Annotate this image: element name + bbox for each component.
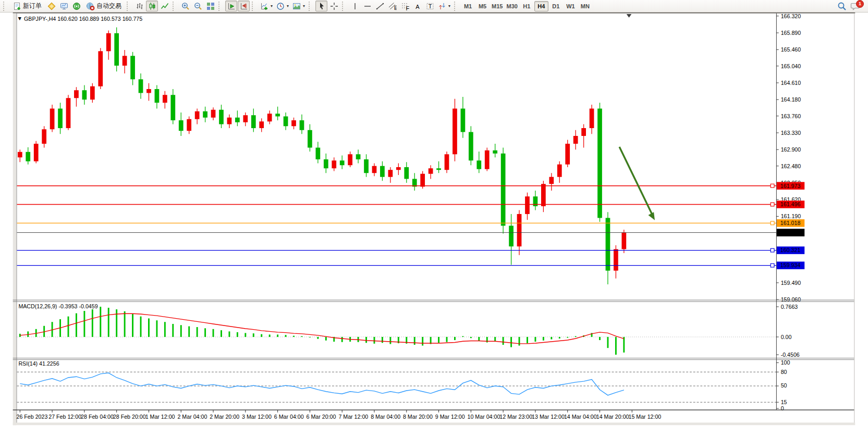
metaeditor-button[interactable] <box>45 1 57 11</box>
macd-bar <box>221 330 222 337</box>
templates-button[interactable]: ▾ <box>291 1 307 11</box>
chart-line-button[interactable] <box>158 1 170 11</box>
timeframe-m1-button[interactable]: M1 <box>461 1 475 11</box>
candle-body <box>34 144 39 161</box>
level-handle[interactable] <box>771 248 774 252</box>
chevron-down-icon: ▾ <box>287 4 289 8</box>
trendline-button[interactable] <box>374 1 386 11</box>
macd-bar <box>454 337 456 340</box>
auto-scroll-button[interactable] <box>225 1 237 11</box>
candle-body <box>597 108 602 218</box>
svg-text:-0.4506: -0.4506 <box>781 352 800 358</box>
macd-bar <box>132 314 133 337</box>
channel-button[interactable]: E <box>386 1 398 11</box>
candle-body <box>50 108 55 129</box>
vertical-line-button[interactable] <box>349 1 361 11</box>
timeframe-d1-button[interactable]: D1 <box>549 1 563 11</box>
svg-text:160.775: 160.775 <box>780 229 801 235</box>
candle-body <box>621 233 626 249</box>
text-label-button[interactable]: T <box>424 1 436 11</box>
candle-body <box>332 160 336 168</box>
timeframe-m5-button[interactable]: M5 <box>475 1 490 11</box>
candle-body <box>429 168 433 173</box>
macd-bar <box>510 337 512 347</box>
macd-bar <box>213 329 214 337</box>
svg-text:164.610: 164.610 <box>781 80 801 86</box>
timeframe-mn-button[interactable]: MN <box>578 1 592 11</box>
fibonacci-button[interactable]: F <box>399 1 411 11</box>
svg-text:28 Feb 04:00: 28 Feb 04:00 <box>81 414 114 420</box>
tile-windows-button[interactable] <box>204 1 216 11</box>
bar-chart-icon <box>136 2 144 10</box>
chart-window[interactable]: 166.320165.890165.460165.040164.610164.1… <box>0 12 868 438</box>
chart-shift-button[interactable] <box>238 1 250 11</box>
candle-body <box>219 110 224 124</box>
toolbox-button[interactable] <box>58 1 70 11</box>
candle-body <box>509 226 514 246</box>
notifications-button[interactable]: 1 <box>849 1 862 11</box>
candle-body <box>195 111 200 119</box>
macd-bar <box>76 314 77 337</box>
candle-body <box>388 170 393 177</box>
candle-body <box>525 196 530 214</box>
signals-button[interactable] <box>70 1 82 11</box>
timeframe-h1-button[interactable]: H1 <box>520 1 534 11</box>
candle-body <box>267 114 272 121</box>
periods-button[interactable]: ▾ <box>275 1 290 11</box>
one-click-menu-icon[interactable]: ▼ <box>17 15 22 21</box>
chart-bars-button[interactable] <box>133 1 145 11</box>
svg-text:165.040: 165.040 <box>781 63 801 69</box>
candle-body <box>203 111 207 118</box>
candle-body <box>396 167 401 170</box>
level-handle[interactable] <box>771 264 774 267</box>
timeframe-m30-button[interactable]: M30 <box>505 1 519 11</box>
svg-text:7 Mar 12:00: 7 Mar 12:00 <box>338 414 368 420</box>
chart-candles-button[interactable] <box>146 1 158 11</box>
macd-bar <box>519 337 520 346</box>
text-button[interactable]: A <box>411 1 423 11</box>
svg-text:159.934: 159.934 <box>780 262 801 268</box>
candle-body <box>235 118 240 122</box>
candle-body <box>356 154 361 159</box>
candle-body <box>163 95 167 103</box>
timeframe-h4-button[interactable]: H4 <box>534 1 548 11</box>
arrows-icon <box>438 2 446 10</box>
candle-body <box>58 108 63 128</box>
candle-body <box>380 166 385 177</box>
candle-body <box>227 118 232 124</box>
candle-body <box>90 86 95 99</box>
svg-text:14 Mar 20:00: 14 Mar 20:00 <box>596 414 629 420</box>
add-indicator-button[interactable]: ▾ <box>259 1 274 11</box>
level-handle[interactable] <box>771 184 774 187</box>
timeframe-m15-button[interactable]: M15 <box>490 1 504 11</box>
autotrading-button[interactable]: 自动交易 <box>83 1 125 11</box>
cursor-button[interactable] <box>315 1 327 11</box>
autotrading-label: 自动交易 <box>96 2 121 10</box>
search-button[interactable] <box>836 1 848 11</box>
chevron-down-icon: ▾ <box>303 4 305 8</box>
candle-body <box>155 89 160 103</box>
zoom-in-button[interactable] <box>179 1 191 11</box>
text-label-icon: T <box>426 2 434 10</box>
window-top-border <box>13 12 855 14</box>
level-handle[interactable] <box>771 221 774 225</box>
candle-body <box>187 119 191 131</box>
crosshair-button[interactable] <box>328 1 340 11</box>
chart-canvas[interactable]: 166.320165.890165.460165.040164.610164.1… <box>0 12 868 438</box>
horizontal-line-icon <box>363 2 372 10</box>
macd-bar <box>124 311 126 337</box>
macd-bar <box>180 325 182 337</box>
svg-text:0.7663: 0.7663 <box>781 304 798 310</box>
macd-bar <box>623 337 625 353</box>
arrows-button[interactable]: ▾ <box>436 1 452 11</box>
candle-body <box>139 79 143 93</box>
candle-body <box>130 56 135 79</box>
svg-text:10 Mar 04:00: 10 Mar 04:00 <box>468 414 500 420</box>
macd-bar <box>567 337 568 338</box>
level-handle[interactable] <box>771 203 774 206</box>
zoom-out-button[interactable] <box>192 1 204 11</box>
toolbox-icon <box>60 2 68 10</box>
horizontal-line-button[interactable] <box>361 1 373 11</box>
timeframe-w1-button[interactable]: W1 <box>564 1 578 11</box>
new-order-button[interactable]: 新订单 <box>10 1 45 11</box>
